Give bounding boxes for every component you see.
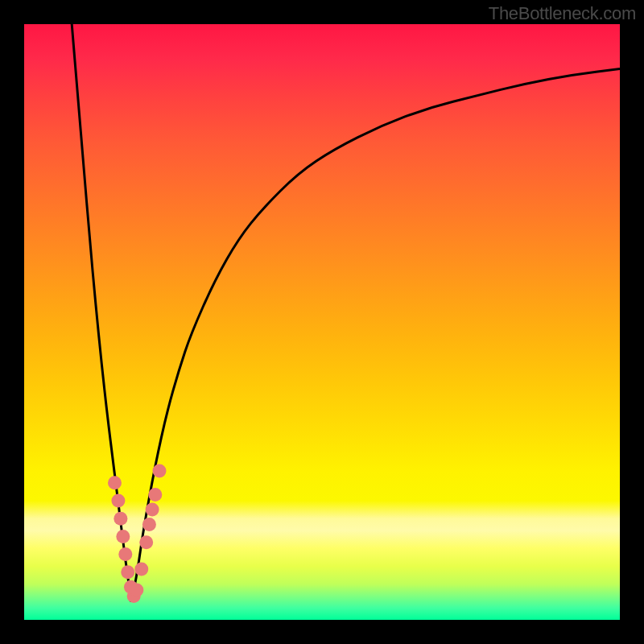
chart-container: TheBottleneck.com: [0, 0, 644, 644]
marker-dot: [111, 494, 125, 508]
marker-dot: [134, 563, 148, 576]
marker-dot: [130, 584, 143, 597]
marker-dot: [116, 530, 130, 543]
watermark-text: TheBottleneck.com: [489, 3, 636, 24]
curve-svg: [24, 24, 620, 620]
marker-dot: [152, 464, 166, 478]
marker-dot: [108, 476, 122, 489]
marker-dot: [139, 535, 153, 549]
marker-dot: [114, 512, 127, 526]
plot-area: [24, 24, 620, 620]
marker-dot: [146, 503, 159, 517]
marker-dot: [148, 488, 162, 502]
marker-dot: [118, 547, 132, 561]
curve-right-branch: [131, 69, 620, 602]
marker-dot: [121, 565, 134, 579]
marker-dots: [108, 464, 166, 603]
marker-dot: [142, 518, 156, 531]
